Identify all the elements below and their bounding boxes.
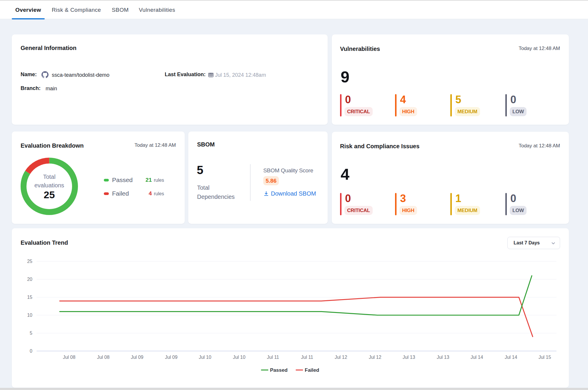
- svg-text:Jul 11: Jul 11: [301, 355, 313, 360]
- svg-text:Jul 10: Jul 10: [199, 355, 211, 360]
- svg-text:Jul 08: Jul 08: [63, 355, 76, 360]
- svg-text:Jul 15: Jul 15: [539, 355, 551, 360]
- svg-text:Jul 11: Jul 11: [267, 355, 279, 360]
- svg-text:15: 15: [27, 295, 32, 300]
- svg-text:Jul 13: Jul 13: [437, 355, 449, 360]
- svg-text:Jul 09: Jul 09: [131, 355, 144, 360]
- svg-text:Failed: Failed: [305, 367, 319, 373]
- svg-text:Jul 09: Jul 09: [165, 355, 178, 360]
- svg-text:0: 0: [30, 349, 32, 354]
- svg-text:20: 20: [27, 277, 32, 282]
- svg-text:Jul 12: Jul 12: [335, 355, 347, 360]
- svg-text:25: 25: [27, 259, 32, 264]
- svg-text:Passed: Passed: [270, 367, 288, 373]
- svg-text:Jul 12: Jul 12: [369, 355, 382, 360]
- svg-text:Jul 14: Jul 14: [471, 355, 483, 360]
- svg-text:Jul 10: Jul 10: [233, 355, 246, 360]
- svg-text:10: 10: [27, 313, 32, 318]
- svg-text:Jul 14: Jul 14: [505, 355, 517, 360]
- svg-text:5: 5: [30, 331, 32, 336]
- svg-text:Jul 13: Jul 13: [403, 355, 415, 360]
- svg-text:Jul 08: Jul 08: [97, 355, 110, 360]
